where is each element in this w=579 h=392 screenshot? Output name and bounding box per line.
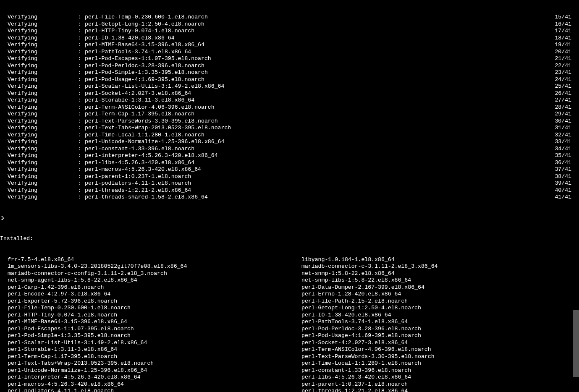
verify-row: Verifying:perl-constant-1.33-396.el8.noa… bbox=[0, 146, 579, 153]
marker-glyph: ⦔ bbox=[0, 215, 579, 222]
installed-item: perl-Data-Dumper-2.167-399.el8.x86_64 bbox=[301, 284, 579, 291]
installed-item: perl-threads-1:2.21-2.el8.x86_64 bbox=[301, 388, 579, 392]
installed-list: frr-7.5-4.el8.x86_64libyang-1.0.184-1.el… bbox=[0, 256, 579, 392]
verify-row: Verifying:perl-Term-Cap-1.17-395.el8.noa… bbox=[0, 111, 579, 118]
installed-item: mariadb-connector-c-config-3.1.11-2.el8_… bbox=[8, 270, 301, 277]
installed-item: perl-Pod-Usage-4:1.69-395.el8.noarch bbox=[301, 332, 579, 340]
verify-row: Verifying:perl-interpreter-4:5.26.3-420.… bbox=[0, 152, 579, 159]
terminal-output[interactable]: Verifying:perl-File-Temp-0.230.600-1.el8… bbox=[0, 0, 579, 392]
installed-item: perl-Pod-Simple-1:3.35-395.el8.noarch bbox=[8, 332, 301, 340]
verify-row: Verifying:perl-Getopt-Long-1:2.50-4.el8.… bbox=[0, 21, 579, 28]
verify-row: Verifying:perl-threads-1:2.21-2.el8.x86_… bbox=[0, 187, 579, 194]
installed-item: perl-Encode-4:2.97-3.el8.x86_64 bbox=[8, 291, 301, 298]
installed-item: perl-Storable-1:3.11-3.el8.x86_64 bbox=[8, 346, 301, 353]
installed-item: perl-interpreter-4:5.26.3-420.el8.x86_64 bbox=[8, 374, 301, 381]
installed-item: perl-libs-4:5.26.3-420.el8.x86_64 bbox=[301, 374, 579, 381]
installed-item: perl-Unicode-Normalize-1.25-396.el8.x86_… bbox=[8, 367, 301, 374]
installed-item: perl-File-Temp-0.230.600-1.el8.noarch bbox=[8, 305, 301, 312]
installed-item: perl-IO-1.38-420.el8.x86_64 bbox=[301, 312, 579, 319]
installed-item: perl-Term-ANSIColor-4.06-396.el8.noarch bbox=[301, 346, 579, 353]
verify-row: Verifying:perl-Unicode-Normalize-1.25-39… bbox=[0, 139, 579, 146]
installed-item: lm_sensors-libs-3.4.0-23.20180522git70f7… bbox=[8, 263, 301, 270]
verify-row: Verifying:perl-MIME-Base64-3.15-396.el8.… bbox=[0, 42, 579, 49]
installed-item: perl-Time-Local-1:1.280-1.el8.noarch bbox=[301, 360, 579, 367]
installed-item: net-snmp-libs-1:5.8-22.el8.x86_64 bbox=[301, 277, 579, 284]
installed-item: mariadb-connector-c-3.1.11-2.el8_3.x86_6… bbox=[301, 263, 579, 270]
installed-item: perl-Text-ParseWords-3.30-395.el8.noarch bbox=[301, 353, 579, 361]
installed-item: perl-Carp-1.42-396.el8.noarch bbox=[8, 284, 301, 291]
installed-item: perl-HTTP-Tiny-0.074-1.el8.noarch bbox=[8, 312, 301, 319]
verify-row: Verifying:perl-File-Temp-0.230.600-1.el8… bbox=[0, 14, 579, 21]
verify-row: Verifying:perl-parent-1:0.237-1.el8.noar… bbox=[0, 173, 579, 180]
verify-row: Verifying:perl-Socket-4:2.027-3.el8.x86_… bbox=[0, 90, 579, 97]
installed-item: perl-Scalar-List-Utils-3:1.49-2.el8.x86_… bbox=[8, 340, 301, 347]
verify-row: Verifying:perl-Pod-Usage-4:1.69-395.el8.… bbox=[0, 76, 579, 84]
installed-item: frr-7.5-4.el8.x86_64 bbox=[8, 256, 301, 264]
installed-item: net-snmp-agent-libs-1:5.8-22.el8.x86_64 bbox=[8, 277, 301, 284]
verify-row: Verifying:perl-HTTP-Tiny-0.074-1.el8.noa… bbox=[0, 28, 579, 35]
installed-item: perl-MIME-Base64-3.15-396.el8.x86_64 bbox=[8, 319, 301, 326]
verify-row: Verifying:perl-Pod-Perldoc-3.28-396.el8.… bbox=[0, 63, 579, 70]
installed-item: perl-Errno-1.28-420.el8.x86_64 bbox=[301, 291, 579, 298]
verify-row: Verifying:perl-Scalar-List-Utils-3:1.49-… bbox=[0, 83, 579, 90]
installed-item: perl-Exporter-5.72-396.el8.noarch bbox=[8, 298, 301, 305]
installed-item: perl-Pod-Perldoc-3.28-396.el8.noarch bbox=[301, 326, 579, 333]
verify-row: Verifying:perl-Pod-Escapes-1:1.07-395.el… bbox=[0, 55, 579, 63]
verify-row: Verifying:perl-Text-ParseWords-3.30-395.… bbox=[0, 118, 579, 125]
verify-row: Verifying:perl-Storable-1:3.11-3.el8.x86… bbox=[0, 97, 579, 104]
installed-item: perl-macros-4:5.26.3-420.el8.x86_64 bbox=[8, 381, 301, 388]
scrollbar-thumb[interactable] bbox=[573, 310, 579, 377]
installed-item: perl-podlators-4.11-1.el8.noarch bbox=[8, 388, 301, 392]
installed-item: libyang-1.0.184-1.el8.x86_64 bbox=[301, 256, 579, 264]
verify-row: Verifying:perl-threads-shared-1.58-2.el8… bbox=[0, 194, 579, 201]
installed-item: perl-parent-1:0.237-1.el8.noarch bbox=[301, 381, 579, 388]
installed-header: Installed: bbox=[0, 235, 579, 243]
installed-item: perl-PathTools-3.74-1.el8.x86_64 bbox=[301, 319, 579, 326]
installed-item: perl-Getopt-Long-1:2.50-4.el8.noarch bbox=[301, 305, 579, 312]
installed-item: perl-Text-Tabs+Wrap-2013.0523-395.el8.no… bbox=[8, 360, 301, 367]
verify-row: Verifying:perl-Text-Tabs+Wrap-2013.0523-… bbox=[0, 125, 579, 132]
installed-item: net-snmp-1:5.8-22.el8.x86_64 bbox=[301, 270, 579, 277]
installed-item: perl-constant-1.33-396.el8.noarch bbox=[301, 367, 579, 374]
installed-item: perl-Socket-4:2.027-3.el8.x86_64 bbox=[301, 340, 579, 347]
verify-row: Verifying:perl-macros-4:5.26.3-420.el8.x… bbox=[0, 166, 579, 173]
installed-item: perl-File-Path-2.15-2.el8.noarch bbox=[301, 298, 579, 305]
verify-row: Verifying:perl-podlators-4.11-1.el8.noar… bbox=[0, 180, 579, 187]
verify-row: Verifying:perl-IO-1.38-420.el8.x86_6418/… bbox=[0, 35, 579, 42]
installed-item: perl-Pod-Escapes-1:1.07-395.el8.noarch bbox=[8, 326, 301, 333]
verify-row: Verifying:perl-Pod-Simple-1:3.35-395.el8… bbox=[0, 69, 579, 76]
verify-row: Verifying:perl-PathTools-3.74-1.el8.x86_… bbox=[0, 49, 579, 56]
installed-item: perl-Term-Cap-1.17-395.el8.noarch bbox=[8, 353, 301, 361]
verify-row: Verifying:perl-Term-ANSIColor-4.06-396.e… bbox=[0, 104, 579, 111]
verify-row: Verifying:perl-Time-Local-1:1.280-1.el8.… bbox=[0, 132, 579, 139]
verify-row: Verifying:perl-libs-4:5.26.3-420.el8.x86… bbox=[0, 159, 579, 167]
